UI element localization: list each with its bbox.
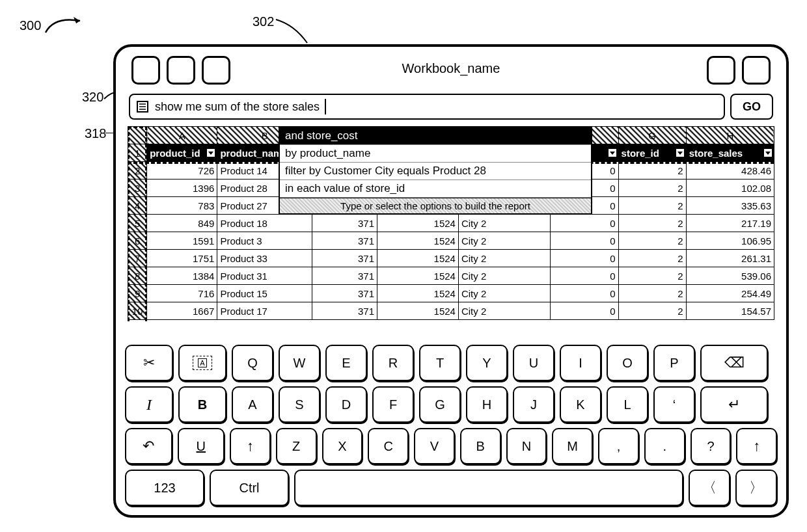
cell[interactable]: 254.49: [686, 285, 774, 302]
key-backspace[interactable]: ⌫: [700, 345, 768, 381]
cell[interactable]: 1524: [377, 302, 459, 320]
cell[interactable]: 371: [312, 232, 377, 250]
cell[interactable]: 2: [618, 197, 686, 215]
key-letter[interactable]: T: [419, 345, 461, 381]
cell[interactable]: 0: [551, 232, 618, 250]
key-left[interactable]: 〈: [689, 470, 730, 506]
cell[interactable]: 716: [147, 285, 217, 302]
cell[interactable]: 1667: [147, 302, 217, 320]
key-select-all[interactable]: [178, 345, 226, 381]
key-letter[interactable]: ?: [691, 428, 732, 464]
corner-cell[interactable]: [128, 127, 147, 144]
key-letter[interactable]: Y: [466, 345, 508, 381]
key-bold[interactable]: B: [178, 386, 226, 423]
dropdown-icon[interactable]: [206, 148, 215, 157]
row-header[interactable]: 5: [128, 215, 147, 232]
suggestion-item[interactable]: and store_cost: [280, 127, 591, 145]
suggestion-item[interactable]: in each value of store_id: [280, 180, 591, 198]
cell[interactable]: 1524: [377, 285, 459, 302]
cell[interactable]: 1384: [147, 267, 217, 285]
cell[interactable]: City 2: [458, 267, 551, 285]
key-letter[interactable]: I: [560, 345, 601, 381]
cell[interactable]: 539.06: [686, 267, 774, 285]
cell[interactable]: 154.57: [686, 302, 774, 320]
key-letter[interactable]: W: [279, 345, 320, 381]
cell[interactable]: 1524: [377, 232, 459, 250]
spreadsheet[interactable]: A B C D E F G H 1 product_id product_nam…: [128, 126, 774, 321]
key-letter[interactable]: X: [322, 428, 363, 464]
field-header[interactable]: store_sales: [686, 144, 774, 162]
cell[interactable]: 0: [551, 302, 618, 320]
dropdown-icon[interactable]: [763, 148, 773, 157]
cell[interactable]: Product 3: [217, 232, 312, 250]
cell[interactable]: 371: [312, 302, 377, 320]
cell[interactable]: 2: [618, 250, 686, 267]
cell[interactable]: 0: [551, 267, 618, 285]
key-letter[interactable]: L: [607, 386, 648, 423]
key-letter[interactable]: B: [460, 428, 501, 464]
cell[interactable]: Product 18: [217, 215, 312, 232]
cell[interactable]: 335.63: [686, 197, 774, 215]
cell[interactable]: Product 15: [217, 285, 312, 302]
key-right[interactable]: 〉: [735, 470, 777, 506]
cell[interactable]: Product 17: [217, 302, 312, 320]
cell[interactable]: 2: [618, 180, 686, 197]
cell[interactable]: 1591: [147, 232, 217, 250]
cell[interactable]: 217.19: [686, 215, 774, 232]
cell[interactable]: 783: [147, 197, 217, 215]
key-italic[interactable]: I: [125, 386, 173, 423]
key-ctrl[interactable]: Ctrl: [210, 470, 289, 506]
cell[interactable]: 0: [551, 215, 618, 232]
cell[interactable]: 1524: [377, 267, 459, 285]
key-cut[interactable]: ✂: [125, 345, 173, 381]
cell[interactable]: 1524: [377, 215, 459, 232]
cell[interactable]: Product 31: [217, 267, 312, 285]
query-input[interactable]: show me sum of the store sales: [129, 94, 725, 120]
key-letter[interactable]: K: [560, 386, 601, 423]
key-letter[interactable]: J: [513, 386, 554, 423]
cell[interactable]: 1396: [147, 180, 217, 197]
cell[interactable]: 371: [312, 215, 377, 232]
row-header[interactable]: 2: [128, 162, 147, 180]
key-letter[interactable]: Z: [276, 428, 317, 464]
dropdown-icon[interactable]: [608, 148, 617, 157]
cell[interactable]: 2: [618, 285, 686, 302]
cell[interactable]: 2: [618, 215, 686, 232]
key-letter[interactable]: H: [466, 386, 508, 423]
row-header[interactable]: 7: [128, 250, 147, 267]
key-letter[interactable]: V: [414, 428, 455, 464]
key-letter[interactable]: ‘: [653, 386, 695, 423]
cell[interactable]: City 2: [458, 285, 551, 302]
col-header[interactable]: G: [618, 127, 686, 144]
cell[interactable]: 0: [551, 285, 618, 302]
key-shift[interactable]: ↑: [736, 428, 777, 464]
cell[interactable]: 849: [147, 215, 217, 232]
row-header[interactable]: 3: [128, 180, 147, 197]
row-header[interactable]: 4: [128, 197, 147, 215]
key-letter[interactable]: .: [644, 428, 685, 464]
cell[interactable]: 106.95: [686, 232, 774, 250]
cell[interactable]: 2: [618, 232, 686, 250]
field-header[interactable]: product_id: [147, 144, 217, 162]
key-letter[interactable]: P: [653, 345, 695, 381]
cell[interactable]: 2: [618, 267, 686, 285]
field-header[interactable]: store_id: [618, 144, 686, 162]
cell[interactable]: 1751: [147, 250, 217, 267]
cell[interactable]: 726: [147, 162, 217, 180]
cell[interactable]: 2: [618, 302, 686, 320]
key-letter[interactable]: ,: [598, 428, 639, 464]
key-letter[interactable]: M: [552, 428, 593, 464]
cell[interactable]: Product 33: [217, 250, 312, 267]
key-letter[interactable]: E: [325, 345, 367, 381]
key-letter[interactable]: G: [419, 386, 461, 423]
key-letter[interactable]: F: [372, 386, 414, 423]
row-header[interactable]: 6: [128, 232, 147, 250]
key-letter[interactable]: N: [506, 428, 547, 464]
row-header[interactable]: 1: [128, 144, 147, 162]
cell[interactable]: City 2: [458, 302, 551, 320]
key-letter[interactable]: D: [325, 386, 367, 423]
col-header[interactable]: H: [686, 127, 774, 144]
key-letter[interactable]: S: [279, 386, 320, 423]
cell[interactable]: City 2: [458, 250, 551, 267]
cell[interactable]: 428.46: [686, 162, 774, 180]
